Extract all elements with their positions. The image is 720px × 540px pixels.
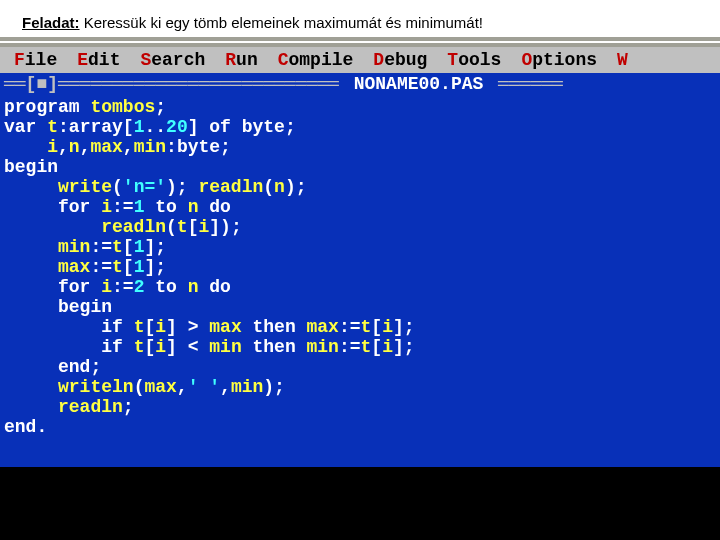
code-token: min <box>231 377 263 397</box>
code-token: do <box>198 197 230 217</box>
menu-item-edit[interactable]: Edit <box>67 50 130 70</box>
code-token: ]; <box>144 257 166 277</box>
code-token: n <box>188 197 199 217</box>
code-token: ; <box>155 97 166 117</box>
task-text: Keressük ki egy tömb elemeinek maximumát… <box>80 14 483 31</box>
code-token: max <box>4 257 90 277</box>
code-token: then <box>242 317 307 337</box>
code-token: ]; <box>393 317 415 337</box>
code-token: , <box>177 377 188 397</box>
code-token: max <box>209 317 241 337</box>
code-token: [ <box>123 117 134 137</box>
code-token: i <box>101 277 112 297</box>
frame-left: ══[ <box>4 74 36 94</box>
code-token: ]); <box>209 217 241 237</box>
code-token: [ <box>123 237 134 257</box>
code-token: ]; <box>144 237 166 257</box>
code-token: ( <box>112 177 123 197</box>
code-token: t <box>177 217 188 237</box>
code-line: end. <box>4 417 716 437</box>
code-token: ); <box>263 377 285 397</box>
code-token: .. <box>144 117 166 137</box>
menu-item-debug[interactable]: Debug <box>363 50 437 70</box>
code-token: 1 <box>134 237 145 257</box>
code-token: [ <box>144 317 155 337</box>
code-token: for <box>4 277 101 297</box>
menu-item-file[interactable]: File <box>4 50 67 70</box>
menu-item-run[interactable]: Run <box>215 50 267 70</box>
code-token: begin <box>4 297 112 317</box>
code-token: , <box>123 137 134 157</box>
menu-item-search[interactable]: Search <box>130 50 215 70</box>
menu-hotkey: S <box>140 50 151 70</box>
code-token: [ <box>371 317 382 337</box>
code-token: i <box>382 317 393 337</box>
code-token: to <box>144 277 187 297</box>
code-line: for i:=2 to n do <box>4 277 716 297</box>
menu-item-tools[interactable]: Tools <box>437 50 511 70</box>
menu-hotkey: T <box>447 50 458 70</box>
code-token: 1 <box>134 257 145 277</box>
code-token: max <box>144 377 176 397</box>
bottom-void <box>0 467 720 540</box>
close-icon[interactable]: ■ <box>36 74 47 94</box>
code-token: min <box>307 337 339 357</box>
code-token: n <box>69 137 80 157</box>
code-token: : <box>58 117 69 137</box>
code-token: min <box>4 237 90 257</box>
menu-hotkey: W <box>617 50 628 70</box>
code-token: ; <box>90 357 101 377</box>
code-token: ] < <box>166 337 209 357</box>
code-token: writeln <box>4 377 134 397</box>
code-token: := <box>112 277 134 297</box>
code-token: for <box>4 197 101 217</box>
menu-bar[interactable]: FileEditSearchRunCompileDebugToolsOption… <box>0 47 720 73</box>
code-token: i <box>155 337 166 357</box>
code-token: ; <box>220 137 231 157</box>
code-token: ; <box>285 117 296 137</box>
code-token: , <box>80 137 91 157</box>
code-line: program tombos; <box>4 97 716 117</box>
code-token: i <box>101 197 112 217</box>
code-token: of <box>209 117 241 137</box>
code-token: ( <box>134 377 145 397</box>
code-token: t <box>47 117 58 137</box>
menu-item-options[interactable]: Options <box>511 50 607 70</box>
code-token: do <box>198 277 230 297</box>
code-token: [ <box>123 257 134 277</box>
code-token: 20 <box>166 117 188 137</box>
code-token: ); <box>166 177 198 197</box>
code-line: max:=t[1]; <box>4 257 716 277</box>
code-editor[interactable]: program tombos;var t:array[1..20] of byt… <box>0 95 720 467</box>
code-token: : <box>166 137 177 157</box>
code-token: readln <box>198 177 263 197</box>
code-line: end; <box>4 357 716 377</box>
menu-rest: ptions <box>532 50 597 70</box>
code-token: ' ' <box>188 377 220 397</box>
code-token: t <box>361 337 372 357</box>
code-token: then <box>242 337 307 357</box>
code-token: [ <box>144 337 155 357</box>
menu-rest: ile <box>25 50 57 70</box>
code-token: ; <box>123 397 134 417</box>
code-token: readln <box>4 217 166 237</box>
code-token: i <box>155 317 166 337</box>
code-token: byte <box>242 117 285 137</box>
code-token: array <box>69 117 123 137</box>
code-token: begin <box>4 157 58 177</box>
code-token: ( <box>166 217 177 237</box>
code-token: t <box>361 317 372 337</box>
code-line: readln(t[i]); <box>4 217 716 237</box>
menu-hotkey: R <box>225 50 236 70</box>
menu-item-w[interactable]: W <box>607 50 638 70</box>
menu-hotkey: F <box>14 50 25 70</box>
code-token: n <box>274 177 285 197</box>
code-token: if <box>4 317 134 337</box>
menu-item-compile[interactable]: Compile <box>268 50 364 70</box>
code-token: i <box>4 137 58 157</box>
code-token: i <box>382 337 393 357</box>
code-token: ] > <box>166 317 209 337</box>
code-token: 2 <box>134 277 145 297</box>
code-token: 1 <box>134 117 145 137</box>
menu-rest: earch <box>151 50 205 70</box>
